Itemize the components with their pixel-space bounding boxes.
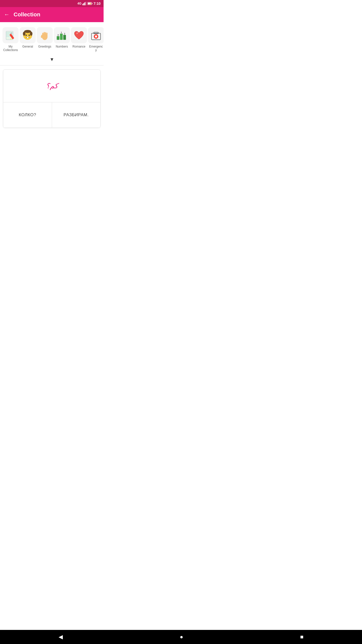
hand-wave-icon xyxy=(39,29,51,41)
status-bar-icons: 4G ⚡ 7:10 xyxy=(77,2,101,6)
svg-rect-34 xyxy=(60,34,63,40)
svg-rect-5 xyxy=(92,3,92,4)
numbers-icon-wrapper: 3 1 2 xyxy=(54,27,70,43)
chevron-down-icon[interactable]: ▾ xyxy=(51,56,53,63)
svg-text:⚡: ⚡ xyxy=(89,3,91,5)
general-icon-wrapper xyxy=(20,27,36,43)
greetings-icon-wrapper xyxy=(37,27,53,43)
category-greetings[interactable]: Greetings xyxy=(36,26,53,49)
svg-point-21 xyxy=(29,35,30,36)
greetings-label: Greetings xyxy=(38,45,51,48)
svg-rect-28 xyxy=(44,32,45,37)
romance-icon-wrapper xyxy=(71,27,87,43)
emergency-icon-wrapper xyxy=(88,27,104,43)
svg-rect-29 xyxy=(45,32,46,37)
svg-rect-1 xyxy=(83,3,84,5)
status-bar: 4G ⚡ 7:10 xyxy=(0,0,104,7)
back-button[interactable]: ← xyxy=(4,12,10,17)
app-bar: ← Collection xyxy=(0,7,104,22)
svg-point-19 xyxy=(30,32,32,36)
general-label: General xyxy=(22,45,33,48)
category-my-collections[interactable]: My Collections xyxy=(2,26,19,53)
notebook-pencil-icon xyxy=(5,29,17,41)
category-row: My Collections xyxy=(0,22,104,55)
signal-icon xyxy=(82,2,86,5)
network-icon: 4G xyxy=(77,2,81,5)
svg-rect-2 xyxy=(84,2,85,5)
flashcard-answer-right[interactable]: РАЗБИРАМ. xyxy=(52,102,101,128)
flashcard-answer-right-text: РАЗБИРАМ. xyxy=(64,112,89,117)
svg-rect-36 xyxy=(63,35,66,40)
svg-text:1: 1 xyxy=(61,31,62,34)
category-emergency[interactable]: Emergency xyxy=(87,26,104,53)
face-emoji-icon xyxy=(22,29,34,41)
my-collections-icon-wrapper xyxy=(3,27,19,43)
svg-point-20 xyxy=(26,35,27,36)
svg-rect-32 xyxy=(57,36,59,40)
divider xyxy=(0,65,104,65)
app-bar-title: Collection xyxy=(14,11,40,18)
my-collections-label: My Collections xyxy=(3,45,18,52)
emergency-label: Emergency xyxy=(88,45,104,52)
flashcard: کم؟ КОЛКО? РАЗБИРАМ. xyxy=(3,69,101,128)
svg-point-17 xyxy=(24,30,31,33)
heart-icon xyxy=(73,29,85,41)
svg-point-22 xyxy=(25,36,26,36)
svg-rect-3 xyxy=(85,2,86,5)
numbers-icon: 3 1 2 xyxy=(56,29,68,41)
flashcard-answers: КОЛКО? РАЗБИРАМ. xyxy=(3,102,100,128)
svg-text:3: 3 xyxy=(57,34,59,36)
romance-label: Romance xyxy=(72,45,85,48)
flashcard-answer-left[interactable]: КОЛКО? xyxy=(3,102,52,128)
time-display: 7:10 xyxy=(94,2,101,6)
svg-point-23 xyxy=(29,36,30,36)
svg-rect-43 xyxy=(95,36,97,37)
svg-rect-30 xyxy=(47,33,48,37)
medkit-icon xyxy=(90,29,102,41)
flashcard-question: کم؟ xyxy=(3,70,100,102)
flashcard-answer-left-text: КОЛКО? xyxy=(19,112,36,117)
svg-point-18 xyxy=(23,32,25,36)
category-romance[interactable]: Romance xyxy=(70,26,87,49)
category-general[interactable]: General xyxy=(19,26,36,49)
svg-text:2: 2 xyxy=(64,32,65,35)
category-numbers[interactable]: 3 1 2 Numbers xyxy=(53,26,70,49)
battery-icon: ⚡ xyxy=(87,2,93,5)
numbers-label: Numbers xyxy=(56,45,68,48)
svg-rect-0 xyxy=(82,4,83,5)
chevron-row: ▾ xyxy=(0,55,104,65)
flashcard-question-text: کم؟ xyxy=(46,82,58,90)
